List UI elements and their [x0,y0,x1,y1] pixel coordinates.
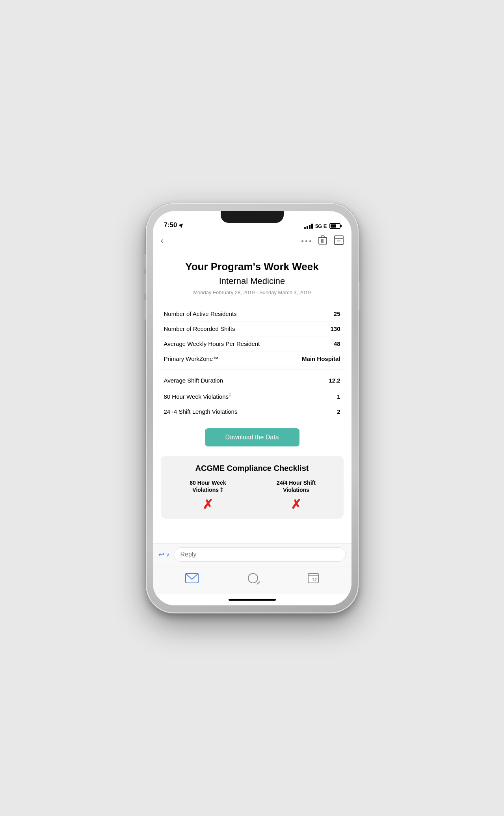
notch [221,211,284,223]
reply-action[interactable]: ↩ ∨ [158,550,170,559]
date-range: Monday February 28, 2019 - Sunday March … [161,289,344,295]
trash-button[interactable] [318,235,327,247]
violation-status-1: ✗ [167,498,249,511]
status-time: 7:50 [164,221,184,229]
calendar-date: 12 [312,577,317,582]
stat-row: 80 Hour Week Violations‡ 1 [161,388,344,404]
location-icon [179,223,184,228]
reply-arrow-icon: ↩ [158,550,164,559]
volume-down-button[interactable] [143,300,146,319]
battery-icon [329,223,340,229]
tab-bar: 12 [153,566,351,594]
more-options-button[interactable] [301,240,311,242]
power-button[interactable] [359,282,361,310]
phone-frame: 7:50 5G E ‹ [146,203,359,613]
reply-bar: ↩ ∨ [153,543,351,566]
archive-button[interactable] [334,235,344,247]
nav-actions [301,235,344,247]
battery-fill [331,224,336,228]
stat-label: Average Weekly Hours Per Resident [164,340,334,347]
divider [161,370,344,370]
download-data-button[interactable]: Download the Data [205,428,299,446]
stat-row: Number of Recorded Shifts 130 [161,321,344,336]
stat-value: 2 [337,408,340,415]
violation-status-2: ✗ [255,498,337,511]
stat-label: Number of Active Residents [164,310,334,317]
stat-value: 12.2 [329,377,340,384]
stat-label: 24+4 Shift Length Violations [164,408,337,415]
back-button[interactable]: ‹ [161,236,164,246]
content-scroll[interactable]: Your Program's Work Week Internal Medici… [153,251,351,543]
tab-mail[interactable] [185,573,199,583]
stat-row: 24+4 Shift Length Violations 2 [161,404,344,419]
svg-rect-5 [335,236,343,238]
silent-button[interactable] [143,254,146,269]
checklist-columns: 80 Hour WeekViolations ‡ ✗ 24/4 Hour Shi… [167,479,337,511]
stat-label: Average Shift Duration [164,377,329,384]
content-inner: Your Program's Work Week Internal Medici… [153,251,351,533]
stat-value: Main Hospital [302,355,340,362]
home-bar[interactable] [229,599,276,601]
stats-section: Number of Active Residents 25 Number of … [161,306,344,419]
tab-search[interactable] [248,573,258,583]
svg-rect-6 [335,238,343,245]
reply-chevron-icon: ∨ [166,552,170,558]
stat-label: 80 Hour Week Violations‡ [164,392,337,400]
volume-up-button[interactable] [143,274,146,294]
mail-icon [185,573,199,583]
checklist-column-2: 24/4 Hour ShiftViolations ✗ [255,479,337,511]
stat-value: 48 [334,340,340,347]
checklist-title: ACGME Compliance Checklist [167,464,337,473]
stat-label: Primary WorkZone™ [164,355,302,362]
reply-input[interactable] [174,547,346,562]
stat-row: Average Shift Duration 12.2 [161,373,344,388]
checklist-col-title: 80 Hour WeekViolations ‡ [167,479,249,493]
stat-row: Average Weekly Hours Per Resident 48 [161,336,344,351]
stat-value: 130 [330,325,340,332]
checklist-section: ACGME Compliance Checklist 80 Hour WeekV… [161,456,344,519]
status-right: 5G E [304,223,340,229]
specialty-title: Internal Medicine [161,276,344,286]
network-label: 5G E [315,223,327,229]
time-display: 7:50 [164,221,177,229]
stat-row: Primary WorkZone™ Main Hospital [161,351,344,366]
phone-screen: 7:50 5G E ‹ [153,211,351,605]
checklist-col-title: 24/4 Hour ShiftViolations [255,479,337,493]
home-indicator [153,594,351,605]
signal-bars [304,224,313,229]
nav-bar: ‹ [153,232,351,251]
stat-row: Number of Active Residents 25 [161,306,344,321]
calendar-icon: 12 [308,573,319,583]
tab-calendar[interactable]: 12 [308,573,319,583]
stat-value: 25 [334,310,340,317]
stat-label: Number of Recorded Shifts [164,325,331,332]
stat-value: 1 [337,393,340,400]
checklist-column-1: 80 Hour WeekViolations ‡ ✗ [167,479,249,511]
page-title: Your Program's Work Week [161,261,344,273]
search-icon [248,573,258,583]
